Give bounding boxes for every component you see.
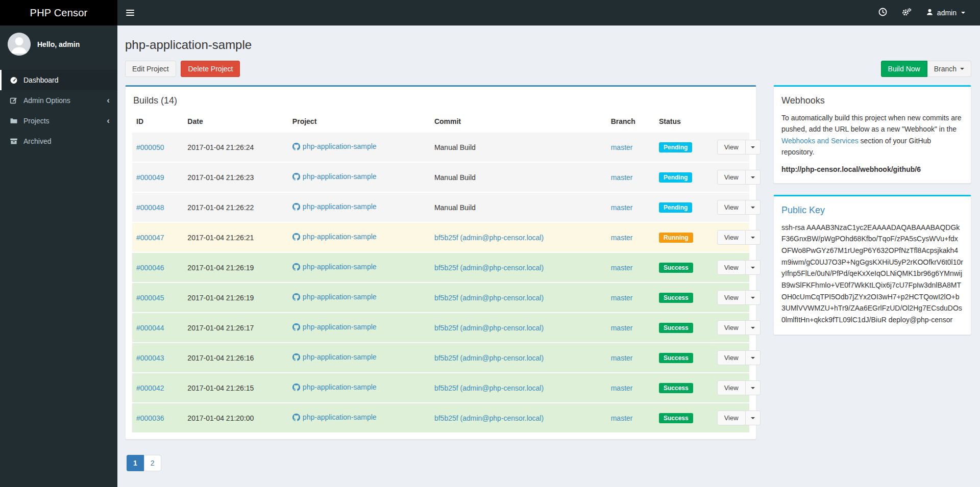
branch-link[interactable]: master: [611, 414, 633, 422]
view-button[interactable]: View: [717, 320, 746, 335]
delete-project-button[interactable]: Delete Project: [181, 61, 240, 77]
view-button[interactable]: View: [717, 230, 746, 245]
build-id-link[interactable]: #000036: [136, 414, 164, 422]
build-now-button[interactable]: Build Now: [881, 61, 927, 77]
build-id-link[interactable]: #000048: [136, 203, 164, 212]
commit-link[interactable]: bf5b25f (admin@php-censor.local): [434, 324, 544, 332]
view-dropdown-toggle[interactable]: [746, 230, 761, 245]
user-menu[interactable]: admin: [919, 0, 972, 25]
sidebar-item-dashboard[interactable]: Dashboard: [0, 70, 117, 90]
view-dropdown-toggle[interactable]: [746, 411, 761, 425]
build-id-link[interactable]: #000050: [136, 143, 164, 151]
branch-dropdown-button[interactable]: Branch: [927, 61, 971, 77]
settings-button[interactable]: [894, 0, 919, 25]
branch-link[interactable]: master: [611, 354, 633, 362]
commit-link: Manual Build: [434, 143, 476, 151]
branch-link[interactable]: master: [611, 173, 633, 182]
branch-link[interactable]: master: [611, 294, 633, 302]
status-badge: Success: [659, 413, 693, 423]
build-id-link[interactable]: #000044: [136, 324, 164, 332]
view-dropdown-toggle[interactable]: [746, 170, 761, 185]
project-actions-left: Edit Project Delete Project: [125, 61, 240, 77]
project-actions-row: Edit Project Delete Project Build Now Br…: [125, 61, 971, 77]
caret-down-icon: [751, 327, 755, 329]
view-dropdown-toggle[interactable]: [746, 380, 761, 395]
sidebar-item-archived[interactable]: Archived: [0, 131, 117, 151]
build-id-link[interactable]: #000049: [136, 173, 164, 182]
caret-down-icon: [751, 176, 755, 178]
github-icon: [292, 383, 300, 393]
pagination-page-2[interactable]: 2: [144, 455, 161, 471]
sidebar-item-projects[interactable]: Projects ‹: [0, 111, 117, 131]
sidebar-item-admin-options[interactable]: Admin Options ‹: [0, 90, 117, 111]
table-row: #000036 2017-01-04 21:20:00 php-applicat…: [132, 403, 749, 432]
chevron-left-icon: ‹: [107, 118, 110, 123]
build-id-link[interactable]: #000047: [136, 234, 164, 242]
build-id-link[interactable]: #000046: [136, 264, 164, 272]
build-id-link[interactable]: #000042: [136, 384, 164, 392]
edit-project-button[interactable]: Edit Project: [125, 61, 176, 77]
branch-link[interactable]: master: [611, 234, 633, 242]
table-row: #000046 2017-01-04 21:26:19 php-applicat…: [132, 252, 749, 283]
view-button[interactable]: View: [717, 380, 746, 395]
view-button[interactable]: View: [717, 140, 746, 155]
branch-link[interactable]: master: [611, 384, 633, 392]
branch-link[interactable]: master: [611, 203, 633, 212]
commit-link[interactable]: bf5b25f (admin@php-censor.local): [434, 294, 544, 302]
pagination-page-1[interactable]: 1: [127, 455, 144, 471]
caret-down-icon: [751, 146, 755, 148]
branch-link[interactable]: master: [611, 143, 633, 151]
view-button[interactable]: View: [717, 411, 746, 425]
github-icon: [292, 203, 300, 212]
commit-link[interactable]: bf5b25f (admin@php-censor.local): [434, 354, 544, 362]
hamburger-icon: [126, 10, 134, 11]
view-dropdown-toggle[interactable]: [746, 260, 761, 275]
build-date: 2017-01-04 21:26:19: [183, 252, 288, 283]
view-button[interactable]: View: [717, 290, 746, 305]
commit-link[interactable]: bf5b25f (admin@php-censor.local): [434, 234, 544, 242]
view-dropdown-toggle[interactable]: [746, 350, 761, 365]
project-link[interactable]: php-application-sample: [303, 323, 377, 331]
github-icon: [292, 414, 300, 423]
page-title: php-application-sample: [125, 38, 971, 52]
commit-link[interactable]: bf5b25f (admin@php-censor.local): [434, 414, 544, 422]
project-link[interactable]: php-application-sample: [303, 353, 377, 361]
commit-link[interactable]: bf5b25f (admin@php-censor.local): [434, 384, 544, 392]
view-dropdown-toggle[interactable]: [746, 320, 761, 335]
brand-logo[interactable]: PHP Censor: [0, 0, 117, 25]
archive-icon: [9, 137, 18, 145]
view-button[interactable]: View: [717, 350, 746, 365]
view-button[interactable]: View: [717, 200, 746, 215]
sidebar-toggle-button[interactable]: [117, 0, 143, 25]
webhooks-services-link[interactable]: Webhooks and Services: [781, 137, 859, 145]
public-key-text: ssh-rsa AAAAB3NzaC1yc2EAAAADAQABAAABAQDG…: [781, 222, 963, 326]
view-dropdown-toggle[interactable]: [746, 200, 761, 215]
project-link[interactable]: php-application-sample: [303, 263, 377, 271]
caret-down-icon: [961, 12, 965, 14]
project-link[interactable]: php-application-sample: [303, 383, 377, 391]
view-dropdown-toggle[interactable]: [746, 290, 761, 305]
sidebar: Hello, admin Dashboard Admin Options ‹ P…: [0, 25, 117, 487]
branch-link[interactable]: master: [611, 324, 633, 332]
build-actions-group: Build Now Branch: [881, 61, 971, 77]
avatar: [8, 33, 31, 56]
project-link[interactable]: php-application-sample: [303, 172, 377, 181]
project-link[interactable]: php-application-sample: [303, 413, 377, 421]
project-link[interactable]: php-application-sample: [303, 293, 377, 301]
project-link[interactable]: php-application-sample: [303, 233, 377, 241]
project-link[interactable]: php-application-sample: [303, 202, 377, 211]
project-link[interactable]: php-application-sample: [303, 142, 377, 150]
commit-link[interactable]: bf5b25f (admin@php-censor.local): [434, 264, 544, 272]
view-dropdown-toggle[interactable]: [746, 140, 761, 155]
status-badge: Success: [659, 383, 693, 393]
build-history-button[interactable]: [871, 0, 894, 25]
caret-down-icon: [751, 387, 755, 389]
view-button[interactable]: View: [717, 170, 746, 185]
table-row: #000042 2017-01-04 21:26:15 php-applicat…: [132, 373, 749, 403]
build-date: 2017-01-04 21:26:16: [183, 343, 288, 373]
sidebar-item-label: Admin Options: [23, 96, 102, 105]
branch-link[interactable]: master: [611, 264, 633, 272]
build-id-link[interactable]: #000045: [136, 294, 164, 302]
view-button[interactable]: View: [717, 260, 746, 275]
build-id-link[interactable]: #000043: [136, 354, 164, 362]
